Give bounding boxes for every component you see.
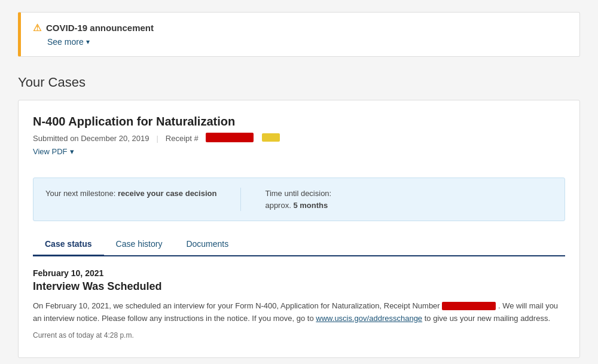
milestone-divider <box>240 188 241 211</box>
see-more-text: See more <box>47 37 84 47</box>
section-title: Your Cases <box>18 75 580 90</box>
submitted-date-value: December 20, 2019 <box>81 134 149 143</box>
status-description: On February 10, 2021, we scheduled an in… <box>33 300 565 325</box>
view-pdf-text: View PDF <box>33 147 68 156</box>
status-desc-1: On February 10, 2021, we scheduled an in… <box>33 301 440 310</box>
time-amount-value: 5 months <box>293 201 328 210</box>
case-status-content: February 10, 2021 Interview Was Schedule… <box>33 256 565 357</box>
milestone-box: Your next milestone: receive your case d… <box>33 178 565 221</box>
page-wrapper: ⚠ COVID-19 announcement See more ▾ Your … <box>0 0 598 364</box>
view-pdf-link[interactable]: View PDF ▾ <box>33 147 74 156</box>
warning-icon: ⚠ <box>33 22 41 33</box>
chevron-down-icon: ▾ <box>86 38 90 46</box>
milestone-label: Your next milestone: receive your case d… <box>45 188 216 211</box>
tab-documents[interactable]: Documents <box>174 233 240 256</box>
covid-banner: ⚠ COVID-19 announcement See more ▾ <box>18 12 580 57</box>
tabs-container: Case status Case history Documents <box>33 233 565 256</box>
status-receipt-redacted <box>442 302 496 310</box>
meta-divider: | <box>156 134 158 143</box>
uscis-address-link[interactable]: www.uscis.gov/addresschange <box>316 314 422 323</box>
time-decision: Time until decision: approx. 5 months <box>265 188 331 211</box>
status-date: February 10, 2021 <box>33 268 565 278</box>
receipt-label: Receipt # <box>166 134 199 143</box>
status-desc-3: to give us your new mailing address. <box>425 314 550 323</box>
case-title: N-400 Application for Naturalization <box>33 115 565 129</box>
covid-banner-header: ⚠ COVID-19 announcement <box>33 22 568 33</box>
case-meta: Submitted on December 20, 2019 | Receipt… <box>33 133 565 143</box>
tab-case-status[interactable]: Case status <box>33 233 104 256</box>
submitted-label: Submitted on December 20, 2019 <box>33 134 149 143</box>
status-title: Interview Was Scheduled <box>33 280 565 293</box>
view-pdf-chevron-icon: ▾ <box>70 147 74 156</box>
tab-case-history[interactable]: Case history <box>104 233 175 256</box>
receipt-number-redacted-2 <box>262 133 280 142</box>
current-as-of: Current as of today at 4:28 p.m. <box>33 331 565 345</box>
time-approx: approx. <box>265 201 291 210</box>
see-more-link[interactable]: See more ▾ <box>47 37 568 47</box>
receipt-number-redacted <box>206 133 254 142</box>
covid-banner-title: COVID-19 announcement <box>46 23 154 33</box>
case-card: N-400 Application for Naturalization Sub… <box>18 100 580 358</box>
milestone-value: receive your case decision <box>118 189 216 198</box>
